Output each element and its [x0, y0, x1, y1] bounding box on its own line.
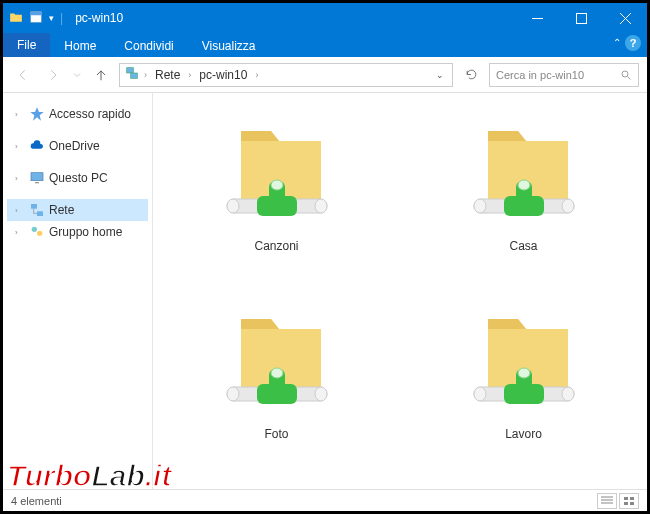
- svg-point-36: [315, 387, 327, 401]
- computer-icon: [29, 170, 45, 186]
- content-area[interactable]: Canzoni Casa: [153, 93, 647, 489]
- breadcrumb-segment[interactable]: pc-win10: [195, 68, 251, 82]
- item-label: Casa: [509, 239, 537, 253]
- item-label: Canzoni: [254, 239, 298, 253]
- shared-folder-icon: [217, 301, 337, 421]
- shared-folder-item[interactable]: Casa: [430, 113, 617, 281]
- separator: |: [60, 11, 63, 25]
- shared-folder-icon: [464, 113, 584, 233]
- chevron-right-icon[interactable]: ›: [253, 70, 260, 80]
- sidebar-item-label: Accesso rapido: [49, 107, 131, 121]
- up-button[interactable]: [89, 63, 113, 87]
- tab-view[interactable]: Visualizza: [188, 35, 270, 57]
- minimize-button[interactable]: [515, 3, 559, 33]
- shared-folder-icon: [217, 113, 337, 233]
- svg-point-31: [518, 180, 530, 190]
- tab-share[interactable]: Condividi: [110, 35, 187, 57]
- item-label: Foto: [264, 427, 288, 441]
- svg-point-18: [32, 227, 37, 232]
- search-input[interactable]: Cerca in pc-win10: [489, 63, 639, 87]
- sidebar-item-label: Gruppo home: [49, 225, 122, 239]
- tab-home[interactable]: Home: [50, 35, 110, 57]
- network-icon: [29, 202, 45, 218]
- network-icon: [124, 65, 140, 84]
- sidebar-item-onedrive[interactable]: › OneDrive: [7, 135, 148, 157]
- close-button[interactable]: [603, 3, 647, 33]
- sidebar-item-label: Rete: [49, 203, 74, 217]
- ribbon-tabs: File Home Condividi Visualizza ⌃ ?: [3, 33, 647, 57]
- chevron-right-icon[interactable]: ›: [15, 228, 25, 237]
- svg-point-19: [37, 231, 42, 236]
- chevron-right-icon[interactable]: ›: [186, 70, 193, 80]
- svg-marker-11: [30, 107, 43, 120]
- sidebar-item-label: Questo PC: [49, 171, 108, 185]
- search-placeholder: Cerca in pc-win10: [496, 69, 620, 81]
- svg-point-24: [315, 199, 327, 213]
- details-view-button[interactable]: [597, 493, 617, 509]
- address-bar: › Rete › pc-win10 › ⌄ Cerca in pc-win10: [3, 57, 647, 93]
- homegroup-icon: [29, 224, 45, 240]
- large-icons-view-button[interactable]: [619, 493, 639, 509]
- forward-button[interactable]: [41, 63, 65, 87]
- svg-rect-8: [131, 73, 138, 78]
- refresh-button[interactable]: [459, 63, 483, 87]
- quick-access-toolbar: ▾: [3, 10, 54, 27]
- recent-locations-icon[interactable]: [71, 63, 83, 87]
- chevron-right-icon[interactable]: ›: [142, 70, 149, 80]
- svg-point-9: [622, 71, 628, 77]
- sidebar-item-label: OneDrive: [49, 139, 100, 153]
- ribbon-expand-icon[interactable]: ⌃: [613, 37, 621, 48]
- chevron-right-icon[interactable]: ›: [15, 174, 25, 183]
- svg-rect-7: [127, 68, 134, 73]
- svg-point-37: [271, 368, 283, 378]
- cloud-icon: [29, 138, 45, 154]
- chevron-right-icon[interactable]: ›: [15, 142, 25, 151]
- qat-dropdown-icon[interactable]: ▾: [49, 13, 54, 23]
- properties-icon[interactable]: [29, 10, 43, 27]
- svg-rect-15: [37, 211, 43, 216]
- svg-rect-13: [35, 182, 39, 183]
- svg-rect-14: [31, 204, 37, 209]
- sidebar-item-network[interactable]: › Rete: [7, 199, 148, 221]
- breadcrumb[interactable]: › Rete › pc-win10 › ⌄: [119, 63, 453, 87]
- svg-rect-3: [576, 13, 586, 23]
- sidebar-item-homegroup[interactable]: › Gruppo home: [7, 221, 148, 243]
- svg-point-41: [474, 387, 486, 401]
- svg-point-29: [474, 199, 486, 213]
- star-icon: [29, 106, 45, 122]
- svg-point-25: [271, 180, 283, 190]
- explorer-window: ▾ | pc-win10 File Home Condividi Visuali…: [0, 0, 650, 514]
- chevron-right-icon[interactable]: ›: [15, 206, 25, 215]
- shared-folder-item[interactable]: Foto: [183, 301, 370, 469]
- file-tab[interactable]: File: [3, 33, 50, 57]
- shared-folder-item[interactable]: Lavoro: [430, 301, 617, 469]
- shared-folder-item[interactable]: Canzoni: [183, 113, 370, 281]
- svg-rect-48: [630, 497, 634, 500]
- svg-line-10: [628, 76, 631, 79]
- sidebar-item-this-pc[interactable]: › Questo PC: [7, 167, 148, 189]
- back-button[interactable]: [11, 63, 35, 87]
- search-icon: [620, 69, 632, 81]
- status-count: 4 elementi: [11, 495, 62, 507]
- svg-rect-49: [624, 502, 628, 505]
- sidebar-item-quick-access[interactable]: › Accesso rapido: [7, 103, 148, 125]
- svg-rect-12: [31, 173, 43, 181]
- svg-point-42: [562, 387, 574, 401]
- svg-point-43: [518, 368, 530, 378]
- maximize-button[interactable]: [559, 3, 603, 33]
- status-bar: 4 elementi: [3, 489, 647, 511]
- svg-point-30: [562, 199, 574, 213]
- svg-point-23: [227, 199, 239, 213]
- help-icon[interactable]: ?: [625, 35, 641, 51]
- title-bar: ▾ | pc-win10: [3, 3, 647, 33]
- navigation-pane: › Accesso rapido › OneDrive › Q: [3, 93, 153, 489]
- folder-icon: [9, 10, 23, 27]
- item-label: Lavoro: [505, 427, 542, 441]
- svg-rect-47: [624, 497, 628, 500]
- svg-point-35: [227, 387, 239, 401]
- breadcrumb-dropdown-icon[interactable]: ⌄: [432, 70, 448, 80]
- breadcrumb-segment[interactable]: Rete: [151, 68, 184, 82]
- svg-rect-1: [31, 11, 42, 15]
- chevron-right-icon[interactable]: ›: [15, 110, 25, 119]
- window-title: pc-win10: [75, 11, 123, 25]
